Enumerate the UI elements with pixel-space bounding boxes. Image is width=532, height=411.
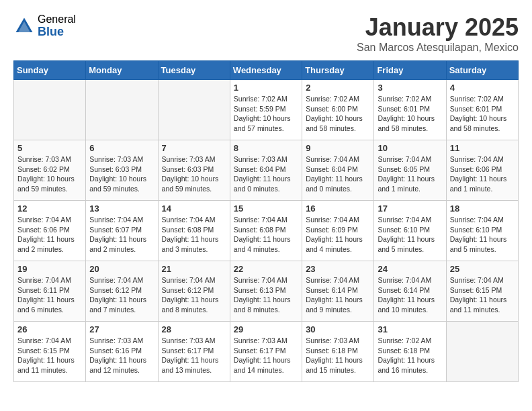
day-info: Sunrise: 7:03 AMSunset: 6:17 PMDaylight:… xyxy=(162,336,226,375)
day-info: Sunrise: 7:04 AMSunset: 6:05 PMDaylight:… xyxy=(378,154,442,194)
day-info: Sunrise: 7:02 AMSunset: 6:18 PMDaylight:… xyxy=(378,336,442,375)
day-number: 9 xyxy=(306,143,370,153)
calendar-cell: 8 Sunrise: 7:03 AMSunset: 6:04 PMDayligh… xyxy=(230,140,302,201)
calendar-cell: 17 Sunrise: 7:04 AMSunset: 6:10 PMDaylig… xyxy=(374,201,446,261)
day-info: Sunrise: 7:04 AMSunset: 6:13 PMDaylight:… xyxy=(234,275,298,315)
day-info: Sunrise: 7:04 AMSunset: 6:15 PMDaylight:… xyxy=(450,275,515,315)
day-info: Sunrise: 7:02 AMSunset: 6:01 PMDaylight:… xyxy=(450,94,515,134)
day-info: Sunrise: 7:04 AMSunset: 6:08 PMDaylight:… xyxy=(162,215,226,255)
day-number: 14 xyxy=(162,203,226,214)
day-info: Sunrise: 7:04 AMSunset: 6:11 PMDaylight:… xyxy=(17,275,82,315)
calendar-cell: 13 Sunrise: 7:04 AMSunset: 6:07 PMDaylig… xyxy=(86,201,158,261)
day-info: Sunrise: 7:04 AMSunset: 6:08 PMDaylight:… xyxy=(234,215,298,255)
day-number: 18 xyxy=(450,203,515,214)
day-number: 5 xyxy=(17,143,82,153)
logo-icon xyxy=(13,15,35,37)
calendar-cell: 16 Sunrise: 7:04 AMSunset: 6:09 PMDaylig… xyxy=(302,201,374,261)
day-info: Sunrise: 7:03 AMSunset: 6:03 PMDaylight:… xyxy=(162,154,226,194)
calendar-week: 5 Sunrise: 7:03 AMSunset: 6:02 PMDayligh… xyxy=(14,140,519,201)
header-day: Thursday xyxy=(302,61,374,80)
day-number: 23 xyxy=(306,264,370,274)
calendar-cell: 4 Sunrise: 7:02 AMSunset: 6:01 PMDayligh… xyxy=(446,80,518,140)
day-number: 27 xyxy=(89,324,154,334)
calendar-week: 26 Sunrise: 7:04 AMSunset: 6:15 PMDaylig… xyxy=(14,322,519,382)
day-number: 8 xyxy=(234,143,298,153)
day-number: 13 xyxy=(89,203,154,214)
header-row: SundayMondayTuesdayWednesdayThursdayFrid… xyxy=(14,61,519,80)
calendar-cell: 14 Sunrise: 7:04 AMSunset: 6:08 PMDaylig… xyxy=(158,201,230,261)
day-number: 1 xyxy=(234,83,298,93)
calendar-cell: 15 Sunrise: 7:04 AMSunset: 6:08 PMDaylig… xyxy=(230,201,302,261)
title-block: January 2025 San Marcos Atesquilapan, Me… xyxy=(357,13,519,54)
day-info: Sunrise: 7:03 AMSunset: 6:02 PMDaylight:… xyxy=(17,154,82,194)
calendar-cell xyxy=(446,322,518,382)
day-info: Sunrise: 7:04 AMSunset: 6:10 PMDaylight:… xyxy=(378,215,442,255)
location: San Marcos Atesquilapan, Mexico xyxy=(357,42,519,54)
calendar-cell: 28 Sunrise: 7:03 AMSunset: 6:17 PMDaylig… xyxy=(158,322,230,382)
calendar-cell: 25 Sunrise: 7:04 AMSunset: 6:15 PMDaylig… xyxy=(446,261,518,322)
day-info: Sunrise: 7:03 AMSunset: 6:03 PMDaylight:… xyxy=(89,154,154,194)
header-day: Wednesday xyxy=(230,61,302,80)
day-info: Sunrise: 7:04 AMSunset: 6:06 PMDaylight:… xyxy=(17,215,82,255)
day-info: Sunrise: 7:02 AMSunset: 6:00 PMDaylight:… xyxy=(306,94,370,134)
calendar-cell: 30 Sunrise: 7:03 AMSunset: 6:18 PMDaylig… xyxy=(302,322,374,382)
calendar-cell: 19 Sunrise: 7:04 AMSunset: 6:11 PMDaylig… xyxy=(14,261,86,322)
day-info: Sunrise: 7:04 AMSunset: 6:14 PMDaylight:… xyxy=(306,275,370,315)
day-info: Sunrise: 7:02 AMSunset: 5:59 PMDaylight:… xyxy=(234,94,298,134)
day-info: Sunrise: 7:02 AMSunset: 6:01 PMDaylight:… xyxy=(378,94,442,134)
calendar-cell: 18 Sunrise: 7:04 AMSunset: 6:10 PMDaylig… xyxy=(446,201,518,261)
calendar-cell: 27 Sunrise: 7:03 AMSunset: 6:16 PMDaylig… xyxy=(86,322,158,382)
calendar-week: 12 Sunrise: 7:04 AMSunset: 6:06 PMDaylig… xyxy=(14,201,519,261)
logo: General Blue xyxy=(13,13,76,38)
day-info: Sunrise: 7:04 AMSunset: 6:10 PMDaylight:… xyxy=(450,215,515,255)
day-number: 17 xyxy=(378,203,442,214)
calendar-cell: 20 Sunrise: 7:04 AMSunset: 6:12 PMDaylig… xyxy=(86,261,158,322)
calendar-week: 1 Sunrise: 7:02 AMSunset: 5:59 PMDayligh… xyxy=(14,80,519,140)
calendar-cell: 24 Sunrise: 7:04 AMSunset: 6:14 PMDaylig… xyxy=(374,261,446,322)
day-number: 30 xyxy=(306,324,370,334)
calendar-cell: 31 Sunrise: 7:02 AMSunset: 6:18 PMDaylig… xyxy=(374,322,446,382)
header-day: Sunday xyxy=(14,61,86,80)
header-day: Monday xyxy=(86,61,158,80)
day-number: 28 xyxy=(162,324,226,334)
calendar-cell: 7 Sunrise: 7:03 AMSunset: 6:03 PMDayligh… xyxy=(158,140,230,201)
logo-text: General Blue xyxy=(38,13,76,38)
day-number: 11 xyxy=(450,143,515,153)
logo-blue: Blue xyxy=(38,26,76,39)
calendar-cell: 26 Sunrise: 7:04 AMSunset: 6:15 PMDaylig… xyxy=(14,322,86,382)
day-info: Sunrise: 7:03 AMSunset: 6:04 PMDaylight:… xyxy=(234,154,298,194)
calendar-cell xyxy=(14,80,86,140)
day-info: Sunrise: 7:03 AMSunset: 6:18 PMDaylight:… xyxy=(306,336,370,375)
calendar-cell: 6 Sunrise: 7:03 AMSunset: 6:03 PMDayligh… xyxy=(86,140,158,201)
day-number: 2 xyxy=(306,83,370,93)
day-number: 31 xyxy=(378,324,442,334)
day-info: Sunrise: 7:04 AMSunset: 6:12 PMDaylight:… xyxy=(89,275,154,315)
day-number: 29 xyxy=(234,324,298,334)
day-number: 16 xyxy=(306,203,370,214)
day-info: Sunrise: 7:04 AMSunset: 6:12 PMDaylight:… xyxy=(162,275,226,315)
day-number: 4 xyxy=(450,83,515,93)
day-info: Sunrise: 7:04 AMSunset: 6:04 PMDaylight:… xyxy=(306,154,370,194)
day-info: Sunrise: 7:03 AMSunset: 6:17 PMDaylight:… xyxy=(234,336,298,375)
calendar-cell: 11 Sunrise: 7:04 AMSunset: 6:06 PMDaylig… xyxy=(446,140,518,201)
day-number: 26 xyxy=(17,324,82,334)
calendar-cell: 10 Sunrise: 7:04 AMSunset: 6:05 PMDaylig… xyxy=(374,140,446,201)
calendar-cell: 1 Sunrise: 7:02 AMSunset: 5:59 PMDayligh… xyxy=(230,80,302,140)
header-day: Tuesday xyxy=(158,61,230,80)
day-number: 7 xyxy=(162,143,226,153)
calendar-cell: 21 Sunrise: 7:04 AMSunset: 6:12 PMDaylig… xyxy=(158,261,230,322)
month-title: January 2025 xyxy=(357,13,519,42)
page-header: General Blue January 2025 San Marcos Ate… xyxy=(13,13,519,54)
day-number: 6 xyxy=(89,143,154,153)
calendar-table: SundayMondayTuesdayWednesdayThursdayFrid… xyxy=(13,60,519,382)
day-number: 24 xyxy=(378,264,442,274)
day-number: 20 xyxy=(89,264,154,274)
calendar-header: SundayMondayTuesdayWednesdayThursdayFrid… xyxy=(14,61,519,80)
day-number: 21 xyxy=(162,264,226,274)
day-number: 25 xyxy=(450,264,515,274)
calendar-cell: 23 Sunrise: 7:04 AMSunset: 6:14 PMDaylig… xyxy=(302,261,374,322)
day-number: 15 xyxy=(234,203,298,214)
day-number: 19 xyxy=(17,264,82,274)
day-number: 10 xyxy=(378,143,442,153)
header-day: Friday xyxy=(374,61,446,80)
